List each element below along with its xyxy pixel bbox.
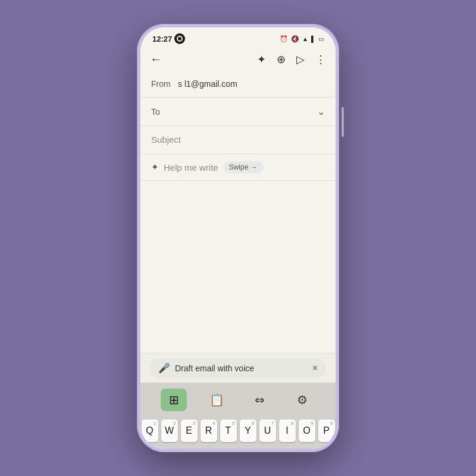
bottom-area: 🎤 Draft email with voice × ⊞ 📋 ⇔ ⚙ Q1 W2…	[140, 353, 336, 449]
from-label: From	[151, 79, 178, 89]
status-icons: ⏰ 🔇	[280, 35, 324, 43]
back-button[interactable]: ←	[150, 52, 162, 66]
settings-keyboard-button[interactable]: ⚙	[289, 389, 315, 411]
subject-row[interactable]: Subject	[140, 126, 336, 154]
toolbar-actions: ✦ ⊕ ▷ ⋮	[257, 53, 326, 66]
email-toolbar: ← ✦ ⊕ ▷ ⋮	[140, 48, 336, 71]
draft-voice-text: Draft email with voice	[175, 364, 254, 373]
to-expand-icon[interactable]: ⌄	[317, 106, 325, 117]
key-r[interactable]: R4	[201, 419, 217, 442]
volume-button	[342, 107, 344, 137]
sparkle-button[interactable]: ✦	[257, 53, 266, 66]
key-w[interactable]: W2	[161, 419, 178, 442]
draft-voice-pill[interactable]: 🎤 Draft email with voice ×	[150, 358, 326, 378]
help-me-write-row[interactable]: ✦ Help me write Swipe →	[140, 154, 336, 181]
alarm-icon: ⏰	[280, 35, 288, 43]
clipboard-keyboard-button[interactable]: 📋	[203, 389, 230, 411]
to-label: To	[151, 107, 178, 117]
apps-keyboard-button[interactable]: ⊞	[161, 389, 187, 411]
key-y[interactable]: Y6	[240, 419, 256, 442]
from-value: s l1@gmail.com	[178, 79, 325, 89]
time-text: 12:27	[152, 35, 172, 43]
more-button[interactable]: ⋮	[315, 53, 326, 66]
keyboard-area: Q1 W2 E3 R4 T5 Y6 U7 I8 O9 P0	[140, 417, 336, 449]
help-write-text: Help me write	[164, 162, 218, 173]
draft-voice-bar: 🎤 Draft email with voice ×	[140, 353, 336, 383]
cursor-keyboard-button[interactable]: ⇔	[246, 389, 273, 411]
keyboard-row-1: Q1 W2 E3 R4 T5 Y6 U7 I8 O9 P0	[143, 419, 333, 442]
mute-icon: 🔇	[291, 35, 299, 43]
key-p[interactable]: P0	[318, 419, 335, 442]
key-u[interactable]: U7	[259, 419, 276, 442]
key-i[interactable]: I8	[279, 419, 296, 442]
subject-placeholder: Subject	[151, 134, 181, 145]
bixby-icon	[174, 33, 185, 44]
phone-frame: 12:27 ⏰ 🔇 ← ✦ ⊕ ▷ ⋮	[137, 24, 339, 452]
email-form: From s l1@gmail.com To ⌄ Subject ✦ Help …	[140, 71, 336, 353]
battery-icon	[318, 35, 324, 42]
send-button[interactable]: ▷	[296, 53, 305, 66]
signal-icon	[311, 35, 315, 42]
status-time: 12:27	[152, 33, 185, 44]
status-bar: 12:27 ⏰ 🔇	[140, 27, 336, 48]
help-write-icon: ✦	[151, 162, 159, 173]
phone-screen: 12:27 ⏰ 🔇 ← ✦ ⊕ ▷ ⋮	[140, 27, 336, 449]
wifi-icon	[302, 35, 308, 42]
key-o[interactable]: O9	[299, 419, 315, 442]
swipe-badge[interactable]: Swipe →	[223, 161, 264, 173]
attachment-button[interactable]: ⊕	[277, 53, 286, 66]
key-e[interactable]: E3	[181, 419, 198, 442]
draft-close-button[interactable]: ×	[312, 363, 318, 374]
mic-voice-icon: 🎤	[158, 362, 170, 374]
key-t[interactable]: T5	[220, 419, 237, 442]
swipe-text: Swipe →	[229, 163, 258, 171]
email-body[interactable]	[140, 181, 336, 353]
to-row[interactable]: To ⌄	[140, 98, 336, 126]
keyboard-toolbar: ⊞ 📋 ⇔ ⚙	[140, 383, 336, 417]
from-row: From s l1@gmail.com	[140, 71, 336, 98]
key-q[interactable]: Q1	[142, 419, 158, 442]
